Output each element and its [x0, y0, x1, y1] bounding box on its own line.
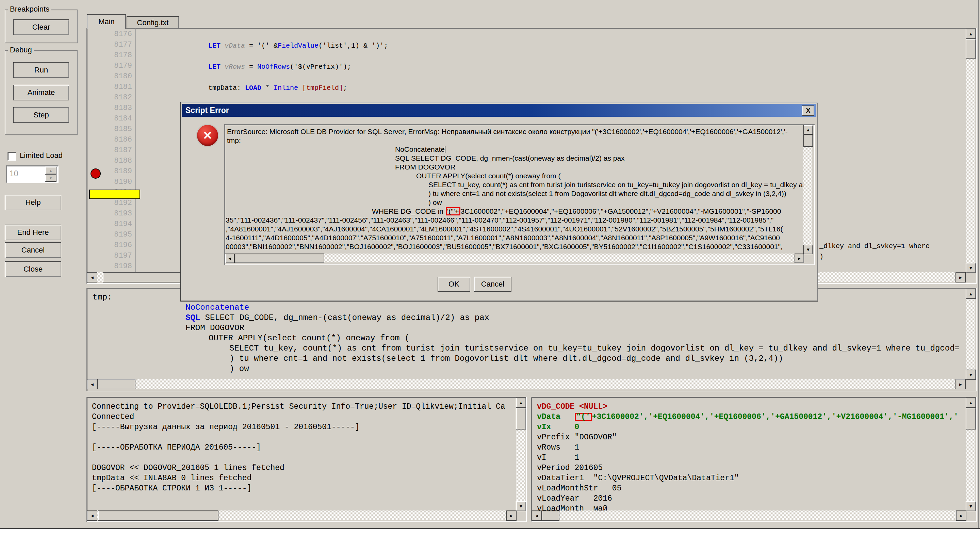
log-vertical-scrollbar[interactable] [516, 398, 525, 511]
scroll-down-icon[interactable] [516, 501, 526, 511]
dialog-error-line: ErrorSource: Microsoft OLE DB Provider f… [227, 127, 788, 136]
dialog-vscroll-thumb[interactable] [803, 134, 813, 146]
log-hscroll-thumb[interactable] [98, 511, 218, 521]
code-segment: FieldValue [278, 42, 318, 50]
dialog-error-line: ) ow [428, 198, 442, 207]
log-line: tmpData << INLA8AB 0 lines fetched [92, 474, 251, 482]
tmp-vertical-scrollbar[interactable] [966, 288, 975, 379]
scroll-up-icon[interactable] [966, 29, 976, 39]
dialog-error-line: tmp: [227, 137, 241, 145]
end-here-button[interactable]: End Here [5, 225, 61, 240]
code-segment: ('list',1) & ')'; [318, 42, 388, 50]
spinner-down-icon[interactable] [45, 174, 56, 182]
run-button[interactable]: Run [13, 62, 69, 78]
gutter-line-number: 8192 [87, 199, 132, 207]
editor-vscroll-thumb[interactable] [966, 39, 976, 59]
scroll-right-icon[interactable] [956, 272, 966, 282]
scroll-left-icon[interactable] [531, 511, 542, 521]
scroll-down-icon[interactable] [803, 245, 813, 254]
limited-load-checkbox[interactable] [8, 152, 16, 161]
ok-button[interactable]: OK [438, 277, 470, 292]
scroll-right-icon[interactable] [956, 511, 966, 521]
dialog-error-line: ) tu where cnt=1 and not exists(select 1… [428, 189, 786, 198]
dialog-error-line: FROM DOGOVOR [395, 163, 455, 171]
dialog-hscroll-thumb[interactable] [234, 253, 324, 263]
scroll-right-icon[interactable] [956, 379, 966, 389]
dialog-error-line: OUTER APPLY(select count(*) oneway from … [416, 172, 560, 180]
vars-vertical-scrollbar[interactable] [966, 398, 975, 511]
scroll-left-icon[interactable] [87, 511, 97, 521]
dialog-horizontal-scrollbar[interactable] [225, 253, 803, 263]
tab-config-txt[interactable]: Config.txt [127, 16, 179, 29]
scroll-right-icon[interactable] [795, 253, 804, 263]
variable-row: vI 1 [537, 453, 579, 462]
variable-row: vRows 1 [537, 443, 579, 452]
spinner-up-icon[interactable] [45, 167, 56, 174]
error-highlight-box: '('"+ [446, 207, 460, 215]
vars-horizontal-scrollbar[interactable] [531, 511, 966, 520]
scroll-up-icon[interactable] [966, 288, 976, 299]
scroll-left-icon[interactable] [87, 272, 97, 282]
clear-breakpoints-button[interactable]: Clear [13, 19, 69, 35]
scroll-left-icon[interactable] [225, 253, 234, 263]
help-button[interactable]: Help [5, 195, 61, 210]
step-button[interactable]: Step [13, 107, 69, 123]
log-vscroll-thumb[interactable] [516, 408, 526, 430]
code-segment: OUTER APPLY(select count(*) oneway from … [208, 334, 410, 343]
dialog-cancel-button[interactable]: Cancel [474, 277, 511, 292]
tmp-hscroll-thumb[interactable] [97, 379, 135, 389]
load-progress-log-panel[interactable]: Connecting to Provider=SQLOLEDB.1;Persis… [86, 397, 527, 522]
breakpoint-dot-icon[interactable] [91, 169, 101, 179]
vars-hscroll-thumb[interactable] [542, 511, 559, 521]
dialog-close-icon[interactable] [802, 105, 814, 116]
variable-row: vLoadYear 2016 [537, 494, 612, 503]
code-segment [298, 84, 302, 92]
code-line: _dlkey and dl_svkey=1 where [819, 242, 930, 250]
gutter-line-number: 8198 [87, 262, 132, 271]
gutter-line-number: 8190 [87, 178, 132, 186]
gutter-line-number: 8182 [87, 93, 132, 102]
scroll-down-icon[interactable] [966, 369, 976, 380]
dialog-vertical-scrollbar[interactable] [803, 125, 812, 253]
error-message-text[interactable]: ErrorSource: Microsoft OLE DB Provider f… [224, 124, 815, 265]
log-horizontal-scrollbar[interactable] [87, 511, 516, 520]
code-segment: NoConcatenate [185, 303, 249, 312]
tab-main[interactable]: Main [87, 14, 126, 29]
current-statement-panel[interactable]: tmp:NoConcatenateSQL SELECT DG_CODE, dg_… [86, 288, 977, 392]
scroll-right-icon[interactable] [506, 511, 517, 521]
debug-group-label: Debug [8, 46, 34, 54]
scroll-left-icon[interactable] [87, 379, 97, 389]
tmp-script-line: tmp: [92, 293, 112, 302]
gutter-line-number: 8195 [87, 231, 132, 239]
code-segment: ) ow [229, 364, 249, 373]
window-right-edge [978, 0, 978, 528]
code-segment: ('$(vPrefix)'); [290, 63, 351, 71]
scroll-up-icon[interactable] [516, 398, 526, 408]
scroll-down-icon[interactable] [966, 501, 976, 511]
code-line: ) [819, 253, 824, 261]
gutter-line-number: 8187 [87, 146, 132, 154]
gutter-line-number: 8186 [87, 135, 132, 144]
editor-vertical-scrollbar[interactable] [966, 29, 975, 272]
code-segment: SELECT tu_key, count(*) as cnt from turi… [229, 344, 959, 353]
scroll-up-icon[interactable] [966, 398, 976, 408]
cancel-debug-button[interactable]: Cancel [5, 242, 61, 258]
code-segment: = [245, 63, 257, 71]
close-debug-button[interactable]: Close [5, 261, 61, 277]
animate-button[interactable]: Animate [13, 85, 69, 100]
gutter-line-number: 8193 [87, 209, 132, 218]
variable-row: vIx 0 [537, 423, 579, 432]
tmp-horizontal-scrollbar[interactable] [87, 379, 965, 389]
code-line: tmpData: LOAD * Inline [tmpField]; [208, 84, 347, 92]
dialog-error-line: SELECT tu_key, count(*) as cnt from turi… [428, 181, 807, 189]
limited-load-count-spinner[interactable]: 10 [6, 166, 59, 183]
text-caret [445, 146, 445, 153]
code-segment: LET [208, 42, 221, 50]
dialog-title-bar[interactable]: Script Error [182, 104, 816, 117]
vars-vscroll-thumb[interactable] [966, 408, 976, 430]
scroll-up-icon[interactable] [803, 125, 813, 134]
scroll-down-icon[interactable] [966, 263, 976, 273]
log-line: Connecting to Provider=SQLOLEDB.1;Persis… [92, 402, 505, 411]
script-error-dialog: Script Error ✕ ErrorSource: Microsoft OL… [180, 102, 818, 301]
variables-watch-panel[interactable]: vDG_CODE <NULL>vData "('+3C1600002','+EQ… [531, 397, 977, 522]
